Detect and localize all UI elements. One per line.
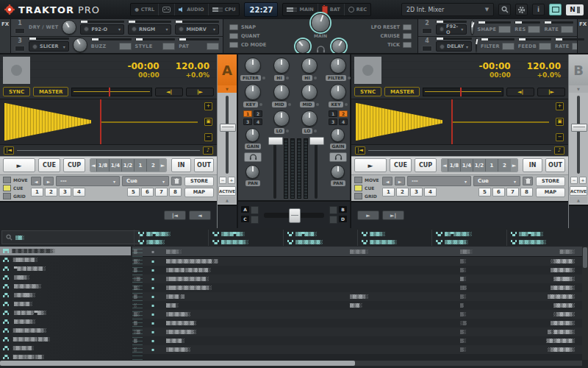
fx-param-button[interactable] — [539, 43, 551, 50]
loop-size-button[interactable]: 1/4 — [461, 159, 473, 171]
fx-param-button[interactable] — [498, 26, 511, 33]
tempo-minus-button[interactable]: − — [570, 177, 578, 184]
skip-to-end-button[interactable]: ►| — [382, 210, 404, 220]
favorite-slot[interactable]: ▚▞ ▓▒▓▒▓▒▓▒░ — [506, 238, 581, 246]
panel-collapse-arrow[interactable]: ▲ — [218, 197, 236, 203]
filter-knob-a[interactable] — [245, 57, 261, 74]
favorite-slot[interactable]: ▚▞ ▒▓▒▓▀▓▒░ — [208, 230, 282, 238]
hi-knob-a[interactable] — [273, 57, 290, 74]
mid-knob-b[interactable] — [301, 84, 318, 100]
hotcue-button[interactable]: 5 — [127, 188, 140, 197]
delete-cue-button[interactable] — [523, 177, 533, 185]
loop-size-button[interactable]: 2 — [498, 159, 511, 171]
seek-back-button[interactable]: ◄| — [155, 88, 183, 96]
lo-kill-button[interactable] — [286, 130, 289, 132]
fx-on-button[interactable] — [179, 26, 184, 32]
deck-b-display[interactable]: -00:00 120.00 00:00 +0.0% — [351, 54, 568, 85]
cue-type-dropdown[interactable]: Cue▾ — [473, 176, 520, 186]
jump-to-start-button[interactable]: |◄ — [4, 146, 14, 155]
lo-knob-a[interactable] — [273, 110, 290, 127]
favorite-slot[interactable]: ▚▞ ▒▓▒▀▓▒▓░ — [506, 230, 581, 238]
map-button[interactable]: MAP — [184, 188, 214, 197]
next-cue-button[interactable]: ► — [395, 177, 405, 185]
hotcue-button[interactable]: 1 — [382, 188, 395, 197]
assign-d-led[interactable] — [329, 216, 337, 224]
seek-back-button[interactable]: ◄| — [506, 88, 534, 96]
fx1-drywet-knob[interactable] — [62, 20, 76, 35]
zoom-reset-button[interactable]: ▣ — [556, 118, 564, 126]
help-button[interactable]: i — [532, 4, 545, 15]
hi-kill-button[interactable] — [286, 77, 289, 79]
track-row[interactable]: ▒░ ▪ ▒▓▓▒▓▒▓▒▓▒▓▒▓▒░ ▒▒ ▒▓▒▓▒▓▒░ — [132, 283, 582, 292]
fx4-selector-dropdown[interactable]: DELAY▾ — [436, 41, 472, 52]
zoom-out-button[interactable]: − — [556, 133, 564, 141]
tempo-minus-button[interactable]: − — [219, 177, 226, 184]
delete-cue-button[interactable] — [171, 177, 182, 185]
assign-c-tile[interactable]: C — [241, 216, 249, 222]
hotcue-button[interactable]: 3 — [59, 188, 71, 197]
filter-on-button[interactable] — [348, 77, 351, 79]
fx4-drywet-knob[interactable] — [476, 38, 477, 52]
scrollbar-thumb[interactable] — [0, 361, 355, 366]
fx-assign-2-button[interactable]: 2 — [254, 110, 262, 117]
main-volume-knob[interactable] — [311, 13, 330, 32]
fx-on-button[interactable] — [440, 44, 445, 49]
assign-d-tile[interactable]: D — [339, 216, 347, 222]
filter-on-button[interactable] — [262, 77, 265, 79]
fx-assign-1-button[interactable]: 1 — [243, 110, 252, 117]
fx-assign-4-button[interactable]: 4 — [254, 118, 262, 125]
loop-in-button[interactable]: IN — [171, 158, 191, 172]
track-row[interactable]: ▒ ▪ ▓▒▓▒▓▒▓▒▓░ ░▒ ▒▓▒▓▒▓▒░ — [132, 319, 582, 328]
layout-dropdown[interactable]: 2D Int. Mixer ▼ — [401, 3, 494, 16]
tree-item-selected[interactable]: ▛▜ ▓▒▓▒▓ ▓▒▓▒▓▒▓▒░ — [0, 247, 131, 255]
zoom-reset-button[interactable]: ▣ — [204, 118, 212, 126]
fx-param-button[interactable] — [561, 26, 573, 33]
tree-item[interactable]: ▞▚ ▓▒▓▒▓▒▓▒ ▓▒▓░ — [0, 335, 131, 344]
fx-slot-dropdown[interactable]: F92-O▾ — [80, 24, 124, 35]
tree-item[interactable]: ▞▚ ▒▓▒▓▓▒░ — [0, 291, 131, 300]
fader-cap[interactable] — [309, 137, 324, 145]
sync-button[interactable]: SYNC — [354, 87, 381, 96]
column-header[interactable]: ▓▒▓▒░ — [512, 250, 581, 254]
fx-on-button[interactable] — [84, 26, 89, 32]
track-overview-stripe[interactable] — [71, 88, 152, 96]
mid-kill-button[interactable] — [288, 103, 291, 106]
tree-item[interactable]: ▞▚ ▒▓▓▒░ — [0, 273, 131, 282]
fx-assign-1-button[interactable]: 1 — [329, 110, 337, 117]
lo-kill-button[interactable] — [314, 130, 317, 132]
cue-monitor-button-a[interactable] — [244, 152, 262, 162]
track-row[interactable]: ░ ▪ ▒▓▒▓▒▓▒░ ▒░ ░▒▓▒▓▒▓▒░ — [132, 345, 582, 354]
fx-assign-3-button[interactable]: 3 — [243, 118, 252, 125]
tree-item[interactable]: ▞▚ ▓▒▓▒▓▒▓▒░ — [0, 282, 131, 291]
scrollbar-thumb[interactable] — [583, 247, 587, 268]
hotcue-button[interactable]: 4 — [73, 188, 85, 197]
fx-unit-1-badge[interactable]: 1 — [15, 21, 25, 34]
track-row[interactable]: ▒░ ▪ ▒▓▒▓▒▓▒░ ▒░ ░▒▓▒▓▒░ — [132, 310, 582, 319]
seek-forward-button[interactable]: |► — [537, 88, 565, 96]
tempo-fader-a[interactable] — [218, 93, 237, 177]
tree-item[interactable]: ▞▚ ▓▒▓▒▒▓▒ ▒▓░ — [0, 353, 131, 360]
loop-size-button[interactable]: 1 — [486, 159, 498, 171]
tree-item[interactable]: ▞▚ ▓▒▓▒▓▒░ — [0, 317, 131, 326]
zoom-in-button[interactable]: + — [556, 102, 564, 110]
loop-active-button[interactable]: ACTIVE — [218, 186, 236, 196]
pan-knob-a[interactable] — [245, 165, 259, 179]
monitor-volume-knob[interactable] — [331, 39, 346, 54]
filter-knob-b[interactable] — [330, 57, 346, 74]
tempo-plus-button[interactable]: + — [228, 177, 235, 184]
loop-bigger-button[interactable]: ► — [511, 159, 517, 171]
favorite-slot[interactable]: ▚▞ ▒▓▒▓▒▓▒░ — [431, 238, 506, 246]
waveform-display[interactable]: + ▣ − — [351, 99, 568, 146]
column-header[interactable]: ▓▒▓▒▓░ — [350, 250, 460, 254]
next-cue-button[interactable]: ► — [43, 177, 54, 185]
deck-b-letter[interactable]: B — [569, 54, 588, 85]
assign-a-led[interactable] — [251, 206, 259, 214]
horizontal-scrollbar[interactable] — [0, 361, 582, 366]
loop-size-button[interactable]: 1/4 — [110, 159, 122, 171]
tree-item[interactable]: ▞▚ ▒▓▒▓▒▓░ — [0, 344, 131, 353]
tempo-bend-up-button[interactable]: ► — [357, 210, 379, 220]
fx-panel-selector-right[interactable]: FX — [577, 19, 588, 53]
preferences-button[interactable] — [515, 4, 528, 15]
loop-smaller-button[interactable]: ◄ — [442, 159, 448, 171]
fader-cap[interactable] — [571, 124, 587, 132]
